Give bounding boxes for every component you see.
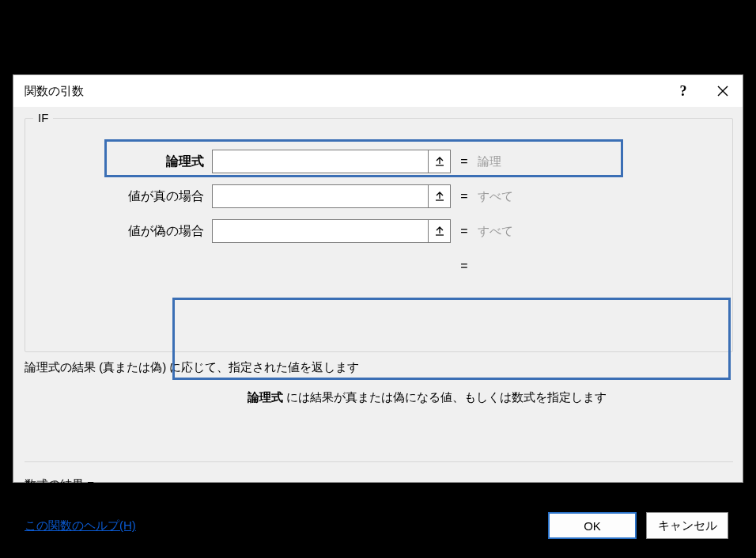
collapse-dialog-icon xyxy=(434,226,445,237)
arg-row-logical-test: 論理式 = 論理 xyxy=(25,149,732,174)
formula-result-label: 数式の結果 = xyxy=(25,477,94,492)
arg-label: 値が真の場合 xyxy=(25,188,212,205)
argument-description: 論理式 には結果が真または偽になる値、もしくは数式を指定します xyxy=(248,390,607,405)
arg-row-value-if-false: 値が偽の場合 = すべて xyxy=(25,218,732,244)
arguments-group: IF 論理式 = 論理 値が真の場合 xyxy=(25,118,733,352)
close-icon xyxy=(717,85,728,97)
arg-hint: 論理 xyxy=(478,154,732,169)
equals-sign: = xyxy=(451,189,478,203)
equals-sign: = xyxy=(451,259,478,273)
collapse-dialog-icon xyxy=(434,156,445,167)
ok-button[interactable]: OK xyxy=(548,512,637,539)
argument-name: 論理式 xyxy=(248,390,283,404)
function-name-legend: IF xyxy=(33,111,53,124)
logical-test-input[interactable] xyxy=(212,150,429,173)
function-description: 論理式の結果 (真または偽) に応じて、指定された値を返します xyxy=(25,360,359,375)
titlebar-controls: ? xyxy=(663,75,743,107)
arg-label: 論理式 xyxy=(25,154,212,170)
arg-row-value-if-true: 値が真の場合 = すべて xyxy=(25,184,732,209)
result-preview-row: = xyxy=(25,255,732,277)
arg-hint: すべて xyxy=(478,224,732,239)
titlebar: 関数の引数 ? xyxy=(13,75,743,107)
range-selector-button[interactable] xyxy=(429,219,451,243)
dialog-buttons: OK キャンセル xyxy=(548,512,728,539)
equals-sign: = xyxy=(451,154,478,169)
dialog-title: 関数の引数 xyxy=(25,84,84,99)
arg-input-wrap xyxy=(212,150,451,173)
argument-help-text: には結果が真または偽になる値、もしくは数式を指定します xyxy=(283,390,607,404)
range-selector-button[interactable] xyxy=(429,184,451,208)
close-button[interactable] xyxy=(703,75,743,107)
arg-input-wrap xyxy=(212,184,451,208)
arg-input-wrap xyxy=(212,219,451,243)
arg-label: 値が偽の場合 xyxy=(25,223,212,240)
collapse-dialog-icon xyxy=(434,191,445,202)
equals-sign: = xyxy=(451,224,478,238)
separator xyxy=(25,461,733,462)
range-selector-button[interactable] xyxy=(429,150,451,173)
function-help-link[interactable]: この関数のヘルプ(H) xyxy=(25,518,136,533)
value-if-true-input[interactable] xyxy=(212,184,429,208)
value-if-false-input[interactable] xyxy=(212,219,429,243)
arg-hint: すべて xyxy=(478,189,732,204)
help-button[interactable]: ? xyxy=(663,75,703,107)
cancel-button[interactable]: キャンセル xyxy=(646,512,728,539)
function-arguments-dialog: 関数の引数 ? IF 論理式 xyxy=(13,74,743,483)
